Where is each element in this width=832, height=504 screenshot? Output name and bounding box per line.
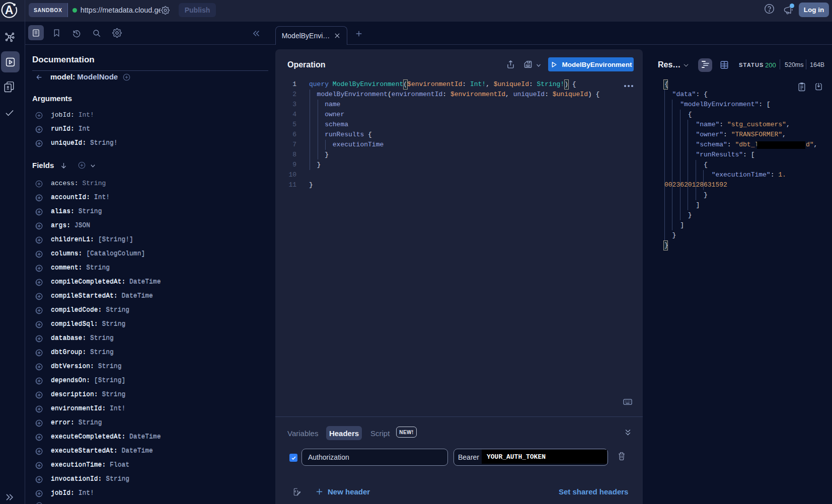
svg-text:A: A — [5, 4, 14, 17]
